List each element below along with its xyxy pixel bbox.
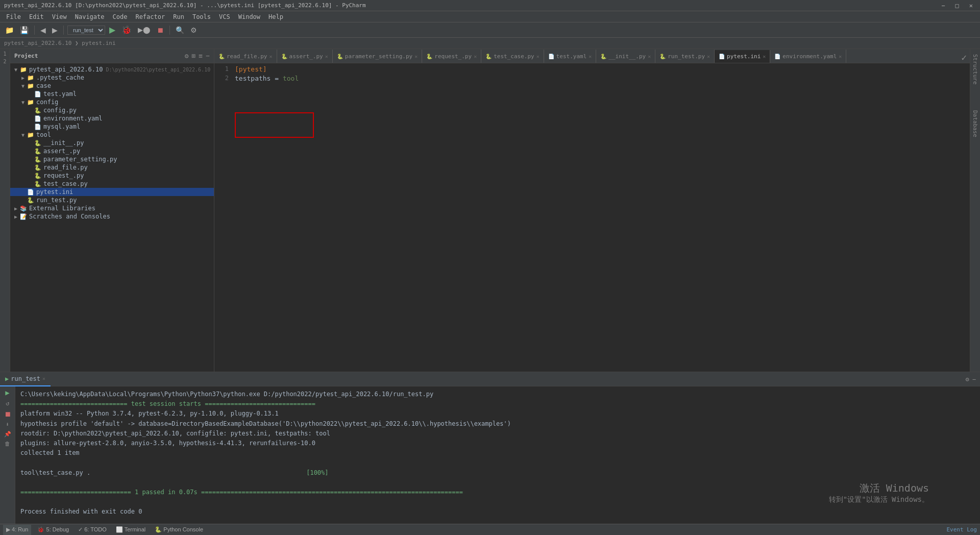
line-code-2[interactable]: testpaths = tool [235, 75, 299, 84]
run-with-coverage-btn[interactable]: ▶⬤ [136, 25, 153, 35]
taskbar-terminal-btn[interactable]: ⬜ Terminal [113, 525, 149, 535]
menu-item-edit[interactable]: Edit [25, 11, 48, 22]
maximize-button[interactable]: □ [952, 2, 962, 9]
run-stop-btn[interactable]: ⏹ [4, 410, 11, 418]
left-icon-2[interactable]: 2 [3, 59, 6, 64]
tree-item-assert[interactable]: 🐍 assert_.py [10, 147, 214, 155]
search-everywhere-btn[interactable]: 🔍 [174, 25, 186, 35]
taskbar-debug-btn[interactable]: 🐞 5: Debug [34, 525, 72, 535]
tab-assert[interactable]: 🐍 assert_.py ✕ [277, 50, 333, 63]
run-scroll-btn[interactable]: ⬇ [6, 421, 9, 428]
tree-item-param[interactable]: 🐍 parameter_setting.py [10, 155, 214, 163]
tree-item-pycache[interactable]: ▶ 📁 .pytest_cache [10, 74, 214, 82]
py-icon-readfile: 🐍 [34, 164, 42, 171]
run-trash-btn[interactable]: 🗑 [5, 441, 10, 447]
right-sidebar-database[interactable]: Database [971, 107, 979, 140]
tab-close-request[interactable]: ✕ [474, 54, 477, 59]
settings-btn[interactable]: ⚙ [188, 25, 199, 35]
taskbar-todo-btn[interactable]: ✓ 6: TODO [75, 525, 110, 535]
tree-item-init[interactable]: 🐍 __init__.py [10, 139, 214, 147]
toolbar: 📁 💾 ◀ ▶ run_test ▶ 🐞 ▶⬤ ⏹ 🔍 ⚙ [0, 22, 980, 38]
menu-item-tools[interactable]: Tools [188, 11, 215, 22]
tab-close-param[interactable]: ✕ [414, 54, 418, 59]
editor-right-arrow[interactable]: ✓ [961, 52, 967, 63]
sidebar-gear-icon[interactable]: ⚙ [185, 52, 189, 60]
tab-run-test[interactable]: 🐍 run_test.py ✕ [655, 50, 715, 63]
bottom-tab-run[interactable]: ▶ run_test ✕ [0, 372, 51, 386]
tree-item-scratches[interactable]: ▶ 📝 Scratches and Consoles [10, 212, 214, 221]
tab-read-file[interactable]: 🐍 read_file.py ✕ [214, 50, 277, 63]
tab-parameter-setting[interactable]: 🐍 parameter_setting.py ✕ [333, 50, 422, 63]
sidebar-close-icon[interactable]: − [206, 52, 210, 60]
menu-item-code[interactable]: Code [109, 11, 132, 22]
tab-close-test-yaml[interactable]: ✕ [589, 54, 592, 59]
tree-item-pytest-ini[interactable]: 📄 pytest.ini [10, 188, 214, 196]
taskbar-python-console-btn[interactable]: 🐍 Python Console [152, 525, 206, 535]
tab-label-test-yaml: test.yaml [556, 53, 587, 60]
debug-btn[interactable]: 🐞 [119, 24, 134, 36]
menu-item-vcs[interactable]: VCS [215, 11, 234, 22]
menu-item-file[interactable]: File [2, 11, 25, 22]
menu-item-run[interactable]: Run [169, 11, 188, 22]
tab-pytest-ini[interactable]: 📄 pytest.ini ✕ [715, 50, 770, 63]
bottom-settings-icon[interactable]: ⚙ [966, 376, 969, 383]
tree-item-extlibs[interactable]: ▶ 📚 External Libraries [10, 204, 214, 212]
tab-env-yaml[interactable]: 📄 environment.yaml ✕ [770, 50, 846, 63]
tree-item-request[interactable]: 🐍 request_.py [10, 172, 214, 180]
taskbar-run-btn[interactable]: ▶ 4: Run [3, 525, 31, 535]
taskbar-event-log[interactable]: Event Log [946, 526, 977, 533]
tab-close-read-file[interactable]: ✕ [269, 54, 272, 59]
scratches-icon: 📝 [19, 213, 28, 220]
tab-init[interactable]: 🐍 __init__.py ✕ [596, 50, 655, 63]
tree-item-env-yaml[interactable]: 📄 environment.yaml [10, 114, 214, 123]
tab-icon-pytest-ini: 📄 [719, 54, 725, 59]
left-icon-1[interactable]: 1 [3, 51, 6, 57]
bottom-minimize-icon[interactable]: − [972, 376, 976, 383]
menu-item-refactor[interactable]: Refactor [131, 11, 169, 22]
run-config-selector[interactable]: run_test [67, 26, 105, 35]
tab-test-yaml[interactable]: 📄 test.yaml ✕ [544, 50, 597, 63]
tree-item-config[interactable]: ▼ 📁 config [10, 98, 214, 106]
minimize-button[interactable]: − [938, 2, 948, 9]
arrow-scratches: ▶ [12, 214, 19, 220]
tree-item-config-py[interactable]: 🐍 config.py [10, 106, 214, 114]
tree-item-root[interactable]: ▼ 📁 pytest_api_2022.6.10 D:\python2022\p… [10, 65, 214, 74]
menu-item-view[interactable]: View [48, 11, 71, 22]
run-play-btn[interactable]: ▶ [5, 388, 9, 397]
close-button[interactable]: ✕ [966, 2, 976, 9]
tab-close-run-test[interactable]: ✕ [707, 54, 710, 59]
tab-test-case[interactable]: 🐍 test_case.py ✕ [481, 50, 544, 63]
tab-request[interactable]: 🐍 request_.py ✕ [422, 50, 481, 63]
toolbar-back-btn[interactable]: ◀ [38, 25, 48, 35]
stop-btn[interactable]: ⏹ [155, 25, 166, 35]
py-icon-request: 🐍 [34, 173, 42, 179]
tree-item-runtest[interactable]: 🐍 run_test.py [10, 196, 214, 204]
breadcrumb: pytest_api_2022.6.10 ❯ pytest.ini [4, 40, 116, 46]
tree-item-case[interactable]: ▼ 📁 case [10, 82, 214, 90]
menu-item-window[interactable]: Window [234, 11, 264, 22]
tree-item-tool[interactable]: ▼ 📁 tool [10, 131, 214, 139]
toolbar-project-btn[interactable]: 📁 [3, 25, 16, 35]
menu-item-help[interactable]: Help [264, 11, 287, 22]
tree-item-readfile[interactable]: 🐍 read_file.py [10, 163, 214, 172]
run-pin-btn[interactable]: 📌 [4, 431, 11, 437]
tab-close-pytest-ini[interactable]: ✕ [763, 54, 766, 59]
tree-item-testcase[interactable]: 🐍 test_case.py [10, 180, 214, 188]
sidebar-settings-icon[interactable]: ≡ [199, 52, 203, 60]
tab-close-assert[interactable]: ✕ [325, 54, 328, 59]
sidebar-expand-icon[interactable]: ⊞ [192, 52, 196, 60]
tab-close-testcase[interactable]: ✕ [536, 54, 540, 59]
tab-close-env-yaml[interactable]: ✕ [839, 54, 842, 59]
right-sidebar-structure[interactable]: Structure [971, 51, 979, 88]
run-rerun-btn[interactable]: ↺ [6, 400, 9, 407]
line-code-1[interactable]: [pytest] [235, 65, 267, 75]
run-tab-close[interactable]: ✕ [42, 376, 45, 381]
tree-item-mysql-yaml[interactable]: 📄 mysql.yaml [10, 123, 214, 131]
toolbar-forward-btn[interactable]: ▶ [50, 25, 60, 35]
toolbar-save-btn[interactable]: 💾 [18, 25, 31, 35]
run-btn[interactable]: ▶ [107, 24, 117, 36]
editor-content[interactable]: 1 [pytest] 2 testpaths = tool [214, 63, 970, 372]
menu-item-navigate[interactable]: Navigate [71, 11, 109, 22]
tab-close-init[interactable]: ✕ [648, 54, 651, 59]
tree-item-test-yaml[interactable]: 📄 test.yaml [10, 90, 214, 98]
